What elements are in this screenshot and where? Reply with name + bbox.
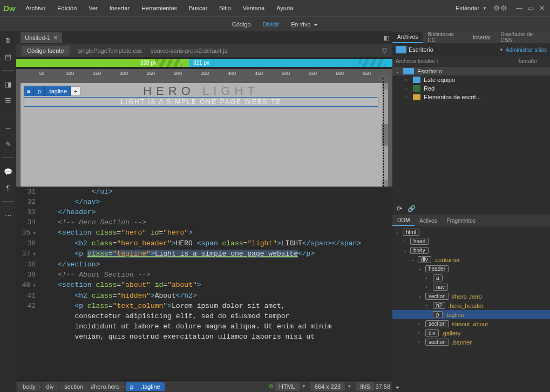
viewport-guide[interactable] xyxy=(383,79,384,187)
menu-icon[interactable]: ≡ xyxy=(24,86,34,96)
menu-archivo[interactable]: Archivo xyxy=(21,3,51,13)
doc-tab[interactable]: Untitled-1 ✕ xyxy=(21,32,62,43)
related-css[interactable]: singlePageTemplate.css xyxy=(78,47,142,54)
dw-logo: Dw xyxy=(3,4,16,13)
tree-node[interactable]: ›Este equipo xyxy=(392,75,550,84)
dom-node[interactable]: ›h2.hero_header xyxy=(392,301,550,310)
tree-node[interactable]: ⌄Escritorio xyxy=(392,67,550,75)
dom-node[interactable]: ›section.banner xyxy=(392,338,550,347)
dom-node[interactable]: ⌄section#hero .hero xyxy=(392,292,550,301)
dom-node[interactable]: ⌄header xyxy=(392,264,550,273)
dom-node[interactable]: p.tagline xyxy=(392,310,550,319)
related-files-bar: Código fuente singlePageTemplate.css sou… xyxy=(16,44,392,57)
breakpoint-321[interactable]: 321 px xyxy=(189,59,392,67)
menu-buscar[interactable]: Buscar xyxy=(184,3,212,13)
inspect-icon[interactable]: ☰ xyxy=(2,94,14,106)
source-code-pill[interactable]: Código fuente xyxy=(22,46,70,56)
chevron-down-icon[interactable]: ▼ xyxy=(499,47,504,52)
collapse-icon[interactable]: ↔ xyxy=(2,122,14,134)
col-size[interactable]: Tamaño xyxy=(518,58,550,64)
sync-settings-icon[interactable]: ⚙⚙ xyxy=(490,4,511,12)
lang-select[interactable]: HTML xyxy=(275,382,300,391)
manage-sites-link[interactable]: Administrar sitios xyxy=(506,47,547,53)
no-errors-icon[interactable]: ⊘ xyxy=(269,383,274,390)
sync-icon[interactable]: 🔗 xyxy=(408,205,416,212)
right-panels: Archivos Bibliotecas CC Insertar Diseñad… xyxy=(392,31,550,392)
maximize-button[interactable]: ▭ xyxy=(528,4,534,12)
titlebar: Dw Archivo Edición Ver Insertar Herramie… xyxy=(0,0,550,16)
selected-element[interactable]: LIGHT IS A SIMPLE ONE PAGE WEBSITE xyxy=(24,97,378,107)
add-element-icon[interactable]: + xyxy=(396,384,399,390)
tab-insertar[interactable]: Insertar xyxy=(468,32,496,43)
status-section[interactable]: section xyxy=(60,382,87,391)
tab-dom[interactable]: DOM xyxy=(392,216,415,226)
dom-node[interactable]: ⌄div.container xyxy=(392,255,550,264)
ruler: 50 100 150 200 250 300 350 400 450 500 5… xyxy=(16,69,392,79)
comment-icon[interactable]: 💬 xyxy=(2,166,14,177)
tab-activos[interactable]: Activos xyxy=(415,216,442,225)
status-bar: body › div › section #hero.hero › p .tag… xyxy=(16,380,392,392)
dom-node[interactable]: ›nav xyxy=(392,283,550,292)
status-body[interactable]: body xyxy=(18,382,40,391)
col-local-files[interactable]: Archivos locales ↑ xyxy=(396,58,518,64)
dom-node[interactable]: ›div.gallery xyxy=(392,328,550,338)
document-tabs: Untitled-1 ✕ ◧ xyxy=(16,31,392,44)
status-div[interactable]: div xyxy=(42,382,58,391)
left-toolbar: 🗎 ▤ ◨ ☰ ↔ ✎ 💬 ¶ ⋯ xyxy=(0,31,16,392)
assets-icon[interactable]: ▤ xyxy=(2,51,14,63)
tree-node[interactable]: ›Elementos de escrit... xyxy=(392,93,550,101)
status-p[interactable]: p xyxy=(126,382,138,391)
menu-herramientas[interactable]: Herramientas xyxy=(137,3,182,13)
menu-sitio[interactable]: Sitio xyxy=(214,3,235,13)
close-button[interactable]: ✕ xyxy=(539,4,545,12)
add-class-button[interactable]: + xyxy=(71,86,80,96)
menu-ver[interactable]: Ver xyxy=(84,3,103,13)
format-icon[interactable]: ✎ xyxy=(2,138,14,150)
breakpoint-bar: 320 px 321 px xyxy=(16,57,392,69)
expand-panel-icon[interactable]: ◧ xyxy=(384,35,392,42)
desktop-icon xyxy=(396,46,406,53)
view-split[interactable]: Dividir xyxy=(257,19,285,30)
menu-ayuda[interactable]: Ayuda xyxy=(271,3,298,13)
menu-insertar[interactable]: Insertar xyxy=(105,3,134,13)
status-hero[interactable]: #hero.hero xyxy=(86,382,124,391)
tab-archivos[interactable]: Archivos xyxy=(392,32,423,43)
menu-ventana[interactable]: Ventana xyxy=(238,3,269,13)
crumb-tag[interactable]: p xyxy=(34,86,44,96)
filter-icon[interactable]: ▽ xyxy=(382,47,387,54)
refresh-icon[interactable]: ⟳ xyxy=(397,205,402,212)
element-display: ≡ p .tagline + xyxy=(24,86,80,96)
dom-node[interactable]: ›section#about .about xyxy=(392,319,550,328)
wrap-icon[interactable]: ¶ xyxy=(2,182,14,194)
insert-mode[interactable]: INS xyxy=(356,382,374,391)
file-tree[interactable]: ⌄Escritorio›Este equipo›Red›Elementos de… xyxy=(392,66,550,168)
chevron-down-icon[interactable]: ▼ xyxy=(483,6,487,11)
breakpoint-320[interactable]: 320 px xyxy=(16,59,189,67)
dom-node[interactable]: ⌄body xyxy=(392,246,550,255)
dom-tree[interactable]: ⌄html›head⌄body⌄div.container⌄header›a›n… xyxy=(392,226,550,382)
tree-node[interactable]: ›Red xyxy=(392,84,550,93)
menu-edicion[interactable]: Edición xyxy=(52,3,82,13)
crumb-class[interactable]: .tagline xyxy=(45,86,71,96)
more-icon[interactable]: ⋯ xyxy=(2,209,14,221)
live-view-options-icon[interactable]: ◨ xyxy=(2,78,14,90)
view-code[interactable]: Código xyxy=(227,19,256,30)
dom-node[interactable]: ⌄html xyxy=(392,228,550,237)
preview-scrollbar[interactable] xyxy=(382,83,388,187)
dimensions[interactable]: 664 x 223 xyxy=(310,382,345,391)
code-editor[interactable]: 31 </ul>32 </nav>33 </header>34 <!-- Her… xyxy=(16,187,392,380)
related-js[interactable]: source-sans-pro:n2:default.js xyxy=(151,47,227,54)
minimize-button[interactable]: — xyxy=(516,4,522,12)
file-management-icon[interactable]: 🗎 xyxy=(2,35,14,46)
tab-label: Untitled-1 xyxy=(25,35,50,41)
live-preview: HERO LIGHT LIGHT IS A SIMPLE ONE PAGE WE… xyxy=(16,79,392,187)
preview-canvas[interactable]: HERO LIGHT LIGHT IS A SIMPLE ONE PAGE WE… xyxy=(21,83,382,187)
dom-node[interactable]: ›head xyxy=(392,237,550,246)
view-live[interactable]: En vivo xyxy=(286,19,323,30)
tab-fragmentos[interactable]: Fragmentos xyxy=(442,216,480,225)
site-select[interactable]: Escritorio xyxy=(409,46,497,53)
close-tab-icon[interactable]: ✕ xyxy=(53,35,58,40)
dom-node[interactable]: ›a xyxy=(392,273,550,283)
workspace-selector[interactable]: Estándar xyxy=(456,5,479,11)
status-tagline[interactable]: .tagline xyxy=(137,382,164,391)
